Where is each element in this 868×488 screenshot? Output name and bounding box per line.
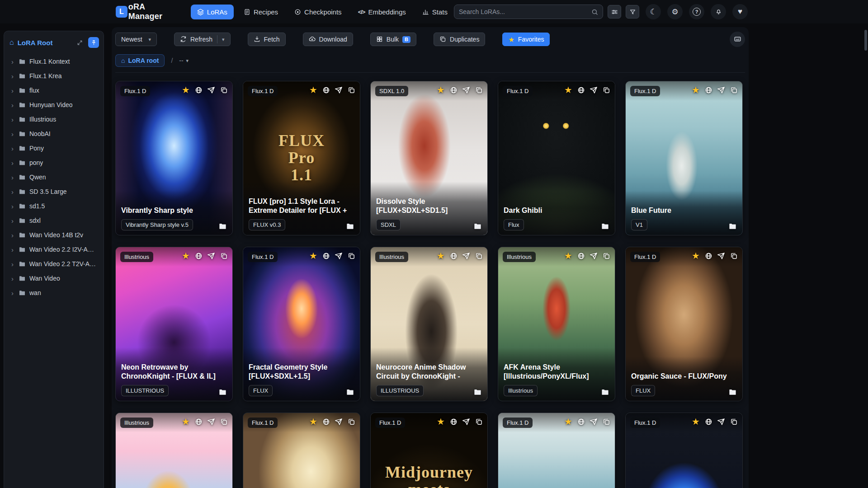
favorite-star-icon[interactable]: ★ — [309, 86, 317, 94]
lora-card[interactable]: Illustrious ★ AFK Arena Style [Illustrio… — [498, 247, 615, 401]
settings-button[interactable]: ⚙ — [667, 4, 683, 19]
copy-icon[interactable] — [220, 418, 228, 426]
chevron-right-icon[interactable]: › — [11, 160, 15, 166]
nav-tab-stats[interactable]: Stats — [416, 5, 454, 19]
favorite-star-icon[interactable]: ★ — [182, 86, 190, 94]
copy-icon[interactable] — [220, 252, 228, 260]
lora-card[interactable]: SDXL 1.0 ★ Dissolve Style [FLUX+SDXL+SD1… — [370, 81, 488, 235]
globe-icon[interactable] — [322, 252, 330, 260]
filter-sliders-button[interactable] — [608, 5, 621, 19]
favorite-star-icon[interactable]: ★ — [437, 418, 445, 426]
sidebar-folder-item[interactable]: › NoobAI — [8, 127, 100, 141]
folder-icon[interactable] — [473, 388, 482, 396]
copy-icon[interactable] — [348, 252, 355, 260]
chevron-right-icon[interactable]: › — [11, 232, 15, 239]
folder-icon[interactable] — [346, 388, 354, 396]
globe-icon[interactable] — [705, 252, 712, 260]
send-icon[interactable] — [208, 86, 215, 94]
pin-sidebar-button[interactable] — [88, 37, 99, 48]
send-icon[interactable] — [462, 418, 470, 426]
notifications-button[interactable] — [711, 4, 726, 19]
version-pill[interactable]: Illustrious — [504, 385, 538, 396]
send-icon[interactable] — [335, 252, 343, 260]
chevron-right-icon[interactable]: › — [11, 290, 15, 296]
globe-icon[interactable] — [450, 252, 458, 260]
send-icon[interactable] — [462, 86, 470, 94]
sidebar-folder-item[interactable]: › Illustrious — [8, 113, 100, 126]
send-icon[interactable] — [590, 418, 598, 426]
sidebar-folder-item[interactable]: › sdxl — [8, 214, 100, 227]
favorite-star-icon[interactable]: ★ — [692, 418, 700, 426]
send-icon[interactable] — [717, 418, 725, 426]
copy-icon[interactable] — [603, 418, 610, 426]
copy-icon[interactable] — [730, 252, 738, 260]
globe-icon[interactable] — [705, 86, 712, 94]
favorite-star-icon[interactable]: ★ — [692, 86, 700, 94]
copy-icon[interactable] — [730, 418, 738, 426]
dark-mode-toggle-button[interactable]: ☾ — [646, 4, 661, 19]
send-icon[interactable] — [208, 418, 215, 426]
lora-card[interactable]: Flux.1 D ★ Organic Sauce - FLUX/Pony FLU… — [625, 247, 743, 401]
version-pill[interactable]: Vibrantly Sharp style v.5 — [121, 219, 193, 230]
favorites-heart-button[interactable]: ♥ — [732, 4, 748, 19]
funnel-filter-button[interactable] — [626, 5, 639, 19]
lora-card[interactable]: Illustrious ★ Neon Retrowave by ChronoKn… — [115, 247, 233, 401]
copy-icon[interactable] — [603, 86, 610, 94]
search-input[interactable] — [459, 8, 588, 15]
copy-icon[interactable] — [348, 418, 355, 426]
lora-card[interactable]: Flux.1 D ★ Blue Future V1 — [625, 81, 743, 235]
folder-icon[interactable] — [218, 222, 227, 230]
sidebar-folder-item[interactable]: › Wan Video 14B t2v — [8, 228, 100, 242]
app-logo[interactable]: L oRA Manager — [116, 2, 181, 21]
favorite-star-icon[interactable]: ★ — [182, 418, 190, 426]
lora-card[interactable]: Flux.1 D ★ — [625, 413, 743, 488]
sidebar-folder-item[interactable]: › Flux.1 Krea — [8, 69, 100, 83]
lora-card[interactable]: Illustrious ★ — [115, 413, 233, 488]
globe-icon[interactable] — [577, 252, 585, 260]
send-icon[interactable] — [335, 86, 343, 94]
chevron-right-icon[interactable]: › — [11, 261, 15, 267]
send-icon[interactable] — [208, 252, 215, 260]
version-pill[interactable]: FLUX v0.3 — [249, 219, 285, 230]
chevron-down-icon[interactable]: ▾ — [222, 37, 225, 42]
chevron-right-icon[interactable]: › — [11, 174, 15, 181]
send-icon[interactable] — [717, 86, 725, 94]
favorite-star-icon[interactable]: ★ — [437, 86, 445, 94]
folder-icon[interactable] — [728, 222, 737, 230]
favorite-star-icon[interactable]: ★ — [309, 252, 317, 260]
globe-icon[interactable] — [450, 418, 458, 426]
keyboard-shortcuts-button[interactable] — [730, 32, 745, 47]
version-pill[interactable]: FLUX — [249, 385, 273, 396]
send-icon[interactable] — [462, 252, 470, 260]
favorite-star-icon[interactable]: ★ — [564, 418, 572, 426]
bulk-button[interactable]: Bulk B — [370, 33, 416, 46]
chevron-right-icon[interactable]: › — [11, 87, 15, 94]
copy-icon[interactable] — [603, 252, 610, 260]
favorite-star-icon[interactable]: ★ — [564, 86, 572, 94]
favorite-star-icon[interactable]: ★ — [564, 252, 572, 260]
lora-card[interactable]: Flux.1 D ★ — [243, 413, 360, 488]
nav-tab-checkpoints[interactable]: Checkpoints — [288, 5, 348, 19]
copy-icon[interactable] — [475, 86, 483, 94]
send-icon[interactable] — [590, 252, 598, 260]
lora-card[interactable]: Midjourney meets FLUX Flux.1 D ★ — [370, 413, 488, 488]
globe-icon[interactable] — [322, 418, 330, 426]
chevron-right-icon[interactable]: › — [11, 217, 15, 224]
refresh-button[interactable]: Refresh ▾ — [174, 33, 231, 46]
chevron-right-icon[interactable]: › — [11, 275, 15, 282]
version-pill[interactable]: SDXL — [376, 219, 401, 230]
search-icon[interactable] — [591, 9, 598, 15]
copy-icon[interactable] — [730, 86, 738, 94]
sidebar-folder-item[interactable]: › Flux.1 Kontext — [8, 55, 100, 68]
chevron-right-icon[interactable]: › — [11, 188, 15, 195]
chevron-right-icon[interactable]: › — [11, 102, 15, 108]
lora-card[interactable]: Flux.1 D ★ Vibrantly Sharp style Vibrant… — [115, 81, 233, 235]
version-pill[interactable]: ILLUSTRIOUS — [121, 385, 169, 396]
download-button[interactable]: Download — [303, 33, 353, 46]
chevron-right-icon[interactable]: › — [11, 203, 15, 210]
copy-icon[interactable] — [348, 86, 355, 94]
globe-icon[interactable] — [195, 86, 203, 94]
favorite-star-icon[interactable]: ★ — [437, 252, 445, 260]
version-pill[interactable]: Flux — [504, 219, 524, 230]
sidebar-folder-item[interactable]: › Wan Video — [8, 272, 100, 285]
